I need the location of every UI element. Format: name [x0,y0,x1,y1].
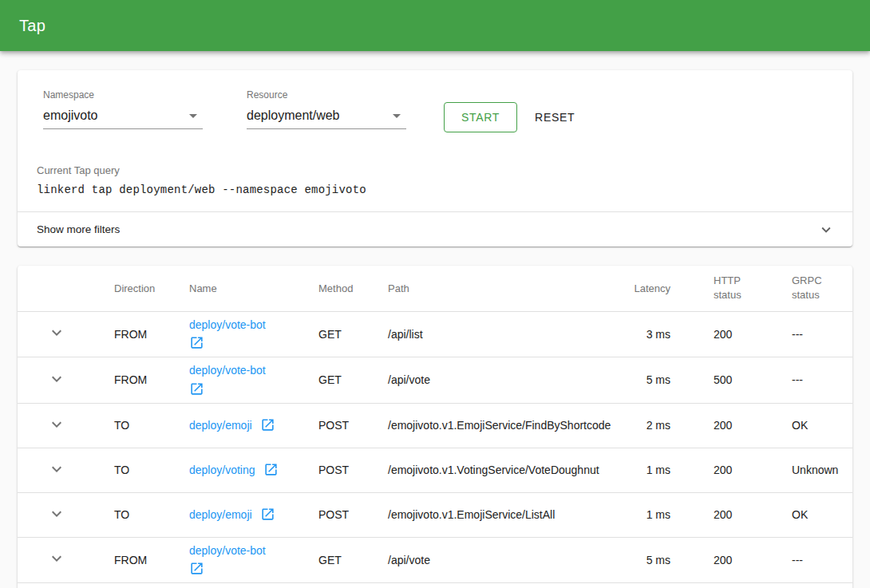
resource-link[interactable]: deploy/emoji [189,419,252,432]
direction-value: FROM [114,328,147,341]
resource-link[interactable]: deploy/voting [189,464,255,476]
latency-value: 5 ms [647,554,670,566]
grpc-status-value: OK [792,508,808,521]
resource-link[interactable]: deploy/vote-bot [189,544,266,557]
expand-row-button[interactable] [47,460,66,479]
expand-cell [18,448,95,492]
page-title: Tap [19,17,45,35]
filter-form: Namespace emojivoto Resource deployment/… [18,70,852,196]
reset-button[interactable]: RESET [528,103,581,132]
namespace-value: emojivoto [43,109,97,122]
expand-row-button[interactable] [47,323,66,342]
dropdown-arrow-icon [387,106,406,125]
open-in-new-icon[interactable] [263,462,279,477]
latency-value: 2 ms [647,419,670,432]
path-value: /api/list [388,328,423,341]
latency-cell: 2 ms [623,403,694,448]
latency-value: 5 ms [647,373,670,386]
tap-filter-card: Namespace emojivoto Resource deployment/… [18,70,852,247]
method-value: POST [318,464,349,476]
direction-value: TO [114,419,129,432]
resource-select[interactable]: deployment/web [247,105,406,129]
path-cell: /emojivoto.v1.EmojiService/ListAll [369,492,623,537]
resource-value: deployment/web [247,109,340,122]
open-in-new-icon[interactable] [260,507,275,522]
name-cell-content: deploy/vote-bot [189,318,299,351]
expand-row-button[interactable] [47,504,66,523]
namespace-select[interactable]: emojivoto [43,105,203,129]
table-row: TO deploy/emoji POST /emojivoto.v1.Emoji… [18,403,852,448]
table-row: FROM deploy/vote-bot GET /api/vote 5 ms … [18,357,852,404]
table-row: TO deploy/voting POST /emojivoto.v1.Voti… [18,448,852,492]
start-button[interactable]: START [444,102,517,132]
open-in-new-icon[interactable] [260,417,275,432]
http-status-value: 200 [714,464,732,476]
namespace-select-field: Namespace emojivoto [43,89,203,129]
tap-results-card: Direction Name Method Path Latency HTTP … [18,266,852,588]
http-status-cell: 200 [694,311,784,357]
dropdown-arrow-icon [184,106,203,125]
direction-cell: FROM [95,311,170,357]
open-in-new-icon[interactable] [189,381,204,397]
grpc-status-value: OK [792,419,808,432]
path-value: /api/vote [388,554,430,566]
show-more-filters-toggle[interactable]: Show more filters [18,212,852,247]
path-cell: /api/vote [369,357,623,404]
resource-link[interactable]: deploy/vote-bot [189,318,266,331]
http-status-cell: 200 [694,537,784,583]
http-status-value: 500 [714,373,732,386]
name-cell-content: deploy/voting [189,464,279,476]
grpc-status-cell: --- [784,537,852,583]
direction-cell: TO [95,448,170,492]
col-expand [18,266,95,311]
direction-value: TO [114,464,129,476]
grpc-status-cell: OK [784,492,852,537]
expand-row-button[interactable] [47,415,66,434]
path-value: /emojivoto.v1.VotingService/VoteDoughnut [388,464,599,476]
expand-row-button[interactable] [47,549,66,568]
resource-link[interactable]: deploy/emoji [189,508,252,521]
name-cell-content: deploy/emoji [189,508,275,521]
open-in-new-icon[interactable] [189,335,204,350]
http-status-cell: 200 [694,403,784,448]
name-cell-content: deploy/vote-bot [189,544,299,577]
http-status-value: 200 [714,554,732,566]
resource-select-field: Resource deployment/web [247,89,406,129]
method-value: GET [318,328,342,341]
latency-cell: 1 ms [623,492,694,537]
app-bar: Tap [0,0,870,51]
latency-value: 1 ms [647,508,670,521]
grpc-status-value: --- [792,328,803,341]
table-row: TO deploy/emoji POST /emojivoto.v1.Emoji… [18,492,852,537]
tap-table-body: FROM deploy/vote-bot GET /api/list 3 ms … [18,311,852,583]
name-cell-content: deploy/emoji [189,419,275,432]
filter-buttons: START RESET [444,102,581,132]
path-cell: /emojivoto.v1.EmojiService/FindByShortco… [369,403,623,448]
latency-cell: 5 ms [623,537,694,583]
grpc-status-cell: OK [784,403,852,448]
direction-value: TO [114,508,129,521]
direction-cell: TO [95,492,170,537]
latency-value: 3 ms [647,328,670,341]
chevron-down-icon [817,221,835,239]
path-value: /api/vote [388,373,430,386]
direction-value: FROM [114,373,147,386]
name-cell: deploy/vote-bot [170,357,299,404]
name-cell: deploy/emoji [170,403,299,448]
col-method: Method [299,266,369,311]
method-cell: POST [299,403,369,448]
grpc-status-cell: Unknown [784,448,852,492]
method-cell: GET [299,357,369,404]
method-cell: GET [299,311,369,357]
resource-label: Resource [247,89,406,101]
method-value: POST [318,419,349,432]
direction-cell: TO [95,403,170,448]
resource-link[interactable]: deploy/vote-bot [189,364,266,377]
open-in-new-icon[interactable] [189,561,204,576]
col-latency: Latency [623,266,694,311]
name-cell: deploy/vote-bot [170,311,299,357]
direction-cell: FROM [95,357,170,404]
expand-row-button[interactable] [47,369,66,389]
direction-value: FROM [114,554,147,566]
method-cell: POST [299,492,369,537]
